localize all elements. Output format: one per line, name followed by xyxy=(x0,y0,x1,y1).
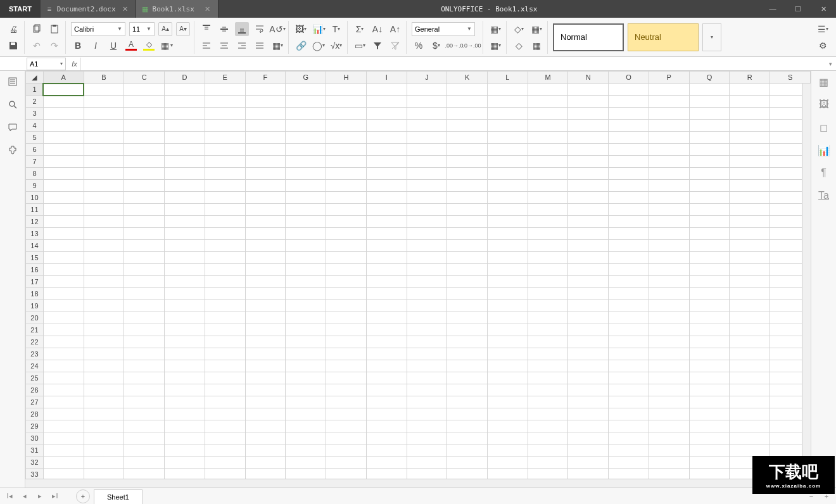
maximize-button[interactable]: ☐ xyxy=(785,0,811,18)
cell[interactable] xyxy=(84,240,124,252)
cell[interactable] xyxy=(326,324,367,336)
cell[interactable] xyxy=(366,228,407,240)
cell[interactable] xyxy=(447,300,488,312)
cell[interactable] xyxy=(407,469,447,479)
cell[interactable] xyxy=(165,192,205,204)
cell[interactable] xyxy=(43,408,84,420)
cell[interactable] xyxy=(326,240,367,252)
cell[interactable] xyxy=(205,252,245,264)
cell[interactable] xyxy=(568,204,609,216)
cell[interactable] xyxy=(205,132,245,144)
cell[interactable] xyxy=(730,276,770,288)
cell[interactable] xyxy=(366,360,407,372)
cell[interactable] xyxy=(245,264,286,276)
cell[interactable] xyxy=(84,264,124,276)
cell[interactable] xyxy=(649,348,689,360)
cell[interactable] xyxy=(124,276,165,288)
cell[interactable] xyxy=(649,469,689,479)
row-header[interactable]: 12 xyxy=(26,216,44,228)
cell[interactable] xyxy=(165,360,205,372)
cell[interactable] xyxy=(326,228,367,240)
cell[interactable] xyxy=(487,228,528,240)
cell[interactable] xyxy=(568,168,609,180)
cell[interactable] xyxy=(447,432,488,444)
font-color-button[interactable]: A xyxy=(124,39,138,53)
cell[interactable] xyxy=(286,300,326,312)
formula-input[interactable] xyxy=(81,58,825,70)
cell[interactable] xyxy=(286,276,326,288)
cell[interactable] xyxy=(366,469,407,479)
align-left-button[interactable] xyxy=(200,39,213,53)
cell[interactable] xyxy=(447,156,488,168)
cell[interactable] xyxy=(487,252,528,264)
row-header[interactable]: 1 xyxy=(26,84,44,96)
cell[interactable] xyxy=(165,288,205,300)
cell[interactable] xyxy=(568,180,609,192)
cell[interactable] xyxy=(286,132,326,144)
align-justify-button[interactable] xyxy=(253,39,267,53)
cell[interactable] xyxy=(124,264,165,276)
cell[interactable] xyxy=(649,156,689,168)
column-header[interactable]: P xyxy=(649,72,689,84)
cell[interactable] xyxy=(689,372,730,384)
row-header[interactable]: 18 xyxy=(26,288,44,300)
select-all-corner[interactable]: ◢ xyxy=(26,72,44,84)
column-header[interactable]: R xyxy=(730,72,770,84)
close-tab-icon[interactable]: ✕ xyxy=(202,5,213,13)
cell[interactable] xyxy=(286,180,326,192)
row-header[interactable]: 5 xyxy=(26,132,44,144)
cell[interactable] xyxy=(568,384,609,396)
cell[interactable] xyxy=(568,144,609,156)
cell[interactable] xyxy=(568,444,609,457)
cell[interactable] xyxy=(689,420,730,432)
cell[interactable] xyxy=(568,396,609,408)
row-header[interactable]: 15 xyxy=(26,252,44,264)
cell[interactable] xyxy=(43,168,84,180)
cell[interactable] xyxy=(649,432,689,444)
cell[interactable] xyxy=(205,204,245,216)
cell[interactable] xyxy=(649,252,689,264)
cell[interactable] xyxy=(326,457,367,469)
cell[interactable] xyxy=(205,348,245,360)
cell[interactable] xyxy=(730,420,770,432)
cell[interactable] xyxy=(407,180,447,192)
column-header[interactable]: J xyxy=(407,72,447,84)
cell[interactable] xyxy=(649,372,689,384)
cell[interactable] xyxy=(447,96,488,108)
cell[interactable] xyxy=(43,432,84,444)
cell[interactable] xyxy=(528,444,568,457)
name-box[interactable]: A1▾ xyxy=(27,58,66,70)
cell[interactable] xyxy=(124,348,165,360)
cell[interactable] xyxy=(165,228,205,240)
cell[interactable] xyxy=(730,360,770,372)
cell-format-button[interactable]: ▦ xyxy=(529,39,543,53)
cell[interactable] xyxy=(124,469,165,479)
cell[interactable] xyxy=(165,156,205,168)
increase-decimal-button[interactable]: .0→.00 xyxy=(465,39,479,53)
align-center-button[interactable] xyxy=(217,39,231,53)
row-header[interactable]: 23 xyxy=(26,348,44,360)
cell[interactable] xyxy=(568,264,609,276)
insert-chart-button[interactable]: 📊▾ xyxy=(312,22,326,36)
cell[interactable] xyxy=(84,444,124,457)
cell[interactable] xyxy=(689,276,730,288)
cell[interactable] xyxy=(43,348,84,360)
sort-desc-button[interactable]: A↑ xyxy=(388,22,402,36)
row-header[interactable]: 22 xyxy=(26,336,44,348)
decrease-font-button[interactable]: A▾ xyxy=(176,22,190,36)
cell[interactable] xyxy=(245,420,286,432)
cell[interactable] xyxy=(407,252,447,264)
cell[interactable] xyxy=(730,336,770,348)
cell[interactable] xyxy=(730,204,770,216)
cell[interactable] xyxy=(43,252,84,264)
clear-button[interactable]: ◇▾ xyxy=(512,22,526,36)
percent-button[interactable]: % xyxy=(412,39,426,53)
cell[interactable] xyxy=(487,324,528,336)
cell[interactable] xyxy=(245,84,286,96)
cell[interactable] xyxy=(649,312,689,324)
save-button[interactable] xyxy=(6,39,20,53)
cell[interactable] xyxy=(84,144,124,156)
row-header[interactable]: 28 xyxy=(26,408,44,420)
cell[interactable] xyxy=(447,240,488,252)
cell[interactable] xyxy=(447,132,488,144)
